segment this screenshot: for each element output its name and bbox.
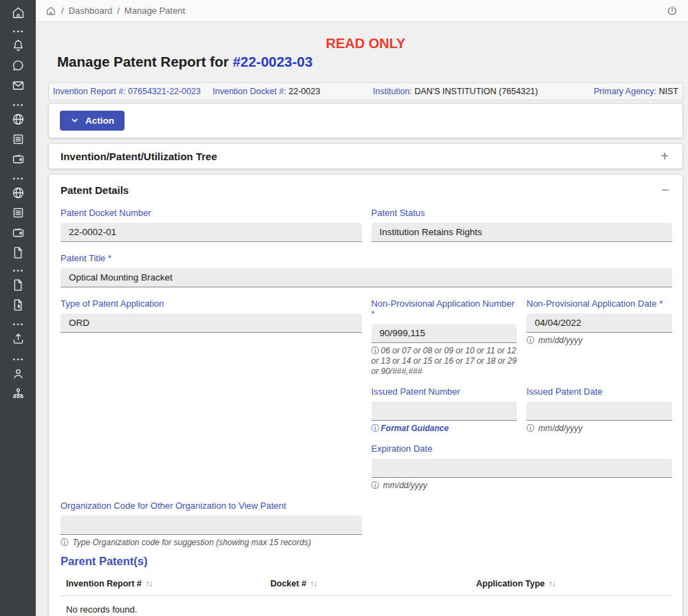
info-icon: ⓘ <box>372 481 380 490</box>
parent-patents-heading: Parent Patent(s) <box>61 555 672 568</box>
org-chart-icon <box>11 386 25 401</box>
sidebar-menu-dots-5[interactable]: ••• <box>0 322 36 327</box>
sidebar-menu-dots-3[interactable]: ••• <box>0 176 36 182</box>
column-header-invention-report[interactable]: Invention Report #↑↓ <box>66 579 270 588</box>
upload-icon <box>11 331 25 346</box>
spacer <box>61 386 362 434</box>
info-primary-agency: Primary Agency: NIST <box>583 87 678 96</box>
sort-icon[interactable]: ↑↓ <box>146 580 153 588</box>
patent-docket-number-label: Patent Docket Number <box>61 208 362 218</box>
sidebar: ••• ••• ••• ••• ••• ••• <box>0 0 36 616</box>
sidebar-item-mail[interactable] <box>0 78 36 93</box>
column-header-invention-report-label: Invention Report # <box>66 579 142 588</box>
invention-report-label: Invention Report #: <box>53 87 128 96</box>
patent-title-value: Optical Mounting Bracket <box>69 272 173 283</box>
sidebar-item-home[interactable] <box>0 6 36 20</box>
sidebar-menu-dots-4[interactable]: ••• <box>0 268 36 274</box>
home-icon <box>45 6 56 16</box>
column-header-docket-label: Docket # <box>270 579 306 588</box>
chat-icon <box>11 58 25 73</box>
organization-code-group: Organization Code for Other Organization… <box>61 500 362 548</box>
sidebar-item-report-1[interactable] <box>0 132 36 146</box>
expiration-date-input[interactable] <box>372 459 673 478</box>
issued-patent-number-label: Issued Patent Number <box>372 386 517 397</box>
breadcrumb-dashboard[interactable]: Dashboard <box>69 6 113 16</box>
sidebar-menu-dots-6[interactable]: ••• <box>0 357 36 362</box>
ellipsis-icon: ••• <box>11 357 24 362</box>
column-header-docket[interactable]: Docket #↑↓ <box>270 579 476 588</box>
collapse-icon[interactable]: − <box>658 184 672 196</box>
sidebar-menu-dots-1[interactable]: ••• <box>0 29 36 34</box>
non-provisional-application-number-group: Non-Provisional Application Number * 90/… <box>372 298 517 377</box>
sidebar-item-user[interactable] <box>0 366 36 381</box>
issued-patent-date-hint: ⓘ mm/dd/yyyy <box>526 424 672 434</box>
patent-status-group: Patent Status Institution Retains Rights <box>372 208 673 242</box>
patent-details-header[interactable]: Patent Details − <box>61 184 672 196</box>
main-content: READ ONLY Manage Patent Report for #22-0… <box>36 22 688 616</box>
logout-button[interactable] <box>666 5 678 17</box>
non-provisional-application-number-input[interactable]: 90/999,115 <box>372 324 517 343</box>
patent-docket-number-value: 22-0002-01 <box>69 227 116 237</box>
user-icon <box>11 366 25 381</box>
read-only-banner: READ ONLY <box>48 36 683 52</box>
action-button[interactable]: Action <box>60 111 125 131</box>
expand-icon[interactable]: + <box>658 150 671 162</box>
format-guidance-link[interactable]: Format Guidance <box>381 424 449 433</box>
organization-code-hint-text: Type Organization code for suggestion (s… <box>72 538 311 547</box>
issued-patent-number-group: Issued Patent Number ⓘFormat Guidance <box>372 386 517 434</box>
action-panel: Action <box>48 103 683 138</box>
info-invention-docket: Invention Docket #: 22-0023 <box>213 87 373 96</box>
breadcrumb: / Dashboard / Manage Patent <box>45 6 185 16</box>
page-title-text: Manage Patent Report for <box>57 54 233 69</box>
action-button-label: Action <box>85 116 114 126</box>
patent-title-group: Patent Title * Optical Mounting Bracket <box>61 253 672 287</box>
empty-table-message: No records found. <box>61 596 672 616</box>
application-date-hint-text: mm/dd/yyyy <box>539 336 583 345</box>
sidebar-item-file-1[interactable] <box>0 245 36 260</box>
invention-docket-label: Invention Docket #: <box>213 87 288 96</box>
document-lines-icon <box>11 206 25 220</box>
non-provisional-application-date-input[interactable]: 04/04/2022 <box>526 314 672 333</box>
application-number-hint: ⓘ06 or 07 or 08 or 09 or 10 or 11 or 12 … <box>372 346 517 377</box>
sidebar-item-wallet-2[interactable] <box>0 226 36 240</box>
breadcrumb-manage-patent: Manage Patent <box>125 6 185 16</box>
ellipsis-icon: ••• <box>11 102 24 108</box>
organization-code-input[interactable] <box>61 516 362 535</box>
sidebar-item-chat[interactable] <box>0 58 36 73</box>
sidebar-item-notifications[interactable] <box>0 38 36 53</box>
invention-report-value[interactable]: 07654321-22-0023 <box>128 87 201 96</box>
type-of-patent-application-label: Type of Patent Application <box>61 298 362 309</box>
type-of-patent-application-input[interactable]: ORD <box>61 314 362 333</box>
envelope-icon <box>11 78 25 93</box>
info-institution: Institution: DAN'S INSTITUTION (7654321) <box>373 87 583 96</box>
issued-patent-date-input[interactable] <box>526 402 672 421</box>
sidebar-item-wallet-1[interactable] <box>0 152 36 166</box>
sidebar-item-file-pdf[interactable] <box>0 298 36 312</box>
info-icon: ⓘ <box>526 336 535 345</box>
sidebar-item-upload[interactable] <box>0 331 36 346</box>
type-of-patent-application-group: Type of Patent Application ORD <box>61 298 362 377</box>
sidebar-item-globe-2[interactable] <box>0 186 36 200</box>
globe-icon <box>11 186 25 200</box>
info-icon: ⓘ <box>372 424 380 433</box>
primary-agency-label: Primary Agency: <box>594 87 658 96</box>
home-icon <box>11 6 25 20</box>
column-header-application-type[interactable]: Application Type↑↓ <box>476 579 667 588</box>
bell-icon <box>11 38 25 53</box>
issued-patent-number-input[interactable] <box>372 402 517 421</box>
patent-docket-number-input[interactable]: 22-0002-01 <box>61 223 362 242</box>
patent-status-input[interactable]: Institution Retains Rights <box>372 223 673 242</box>
format-guidance-hint: ⓘFormat Guidance <box>372 424 517 434</box>
sort-icon[interactable]: ↑↓ <box>310 580 317 588</box>
sidebar-item-globe-1[interactable] <box>0 112 36 126</box>
sidebar-menu-dots-2[interactable]: ••• <box>0 102 36 108</box>
page-title-report-number: #22-0023-03 <box>233 54 312 69</box>
sidebar-item-report-2[interactable] <box>0 206 36 220</box>
ellipsis-icon: ••• <box>11 322 24 327</box>
sidebar-item-file-2[interactable] <box>0 278 36 292</box>
patent-title-input[interactable]: Optical Mounting Bracket <box>61 268 672 287</box>
wallet-icon <box>11 226 25 240</box>
tree-panel[interactable]: Invention/Patent/Utilization Tree + <box>48 143 683 169</box>
sort-icon[interactable]: ↑↓ <box>549 580 556 588</box>
sidebar-item-org-chart[interactable] <box>0 386 36 401</box>
